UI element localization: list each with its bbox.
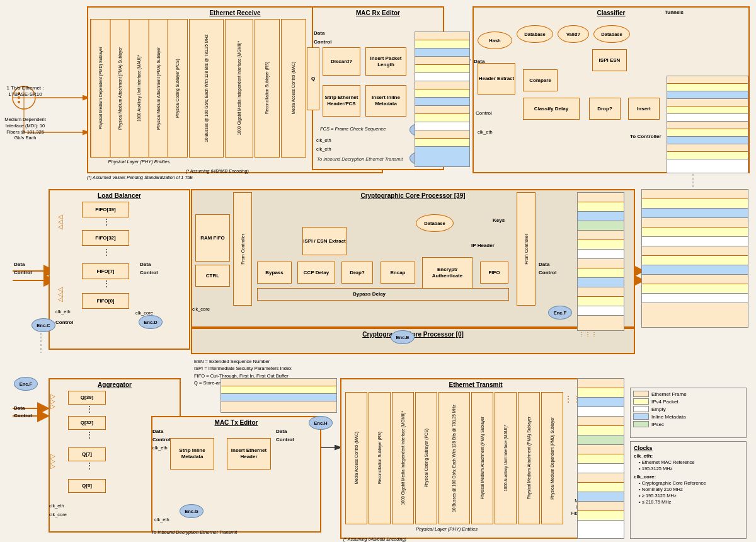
maui-tx-block: 1000 Auxiliary Unit Interface (MAUI)* bbox=[495, 392, 517, 524]
strip-inline-tx-label: Strip Inline Metadata bbox=[171, 447, 214, 459]
keys-label: Keys bbox=[493, 217, 505, 223]
clk-eth-mac-tx-2: clk_eth bbox=[154, 517, 169, 522]
clk-core-agg: clk_core bbox=[49, 512, 67, 517]
mac-rx-label: Media Access Control (MAC) bbox=[291, 62, 296, 114]
fifo-dots-3: ⋮ bbox=[102, 280, 111, 287]
enc-c-left-ellipse: Enc.C bbox=[32, 318, 55, 332]
ten-busses-label: 10 Busses @ 100 Gb/s; Each With 128 Bits… bbox=[204, 35, 209, 142]
enc-g-label: Enc.G bbox=[185, 509, 198, 514]
control-label-lb-bottom: Control bbox=[55, 320, 73, 325]
header-extract-block: Header Extract bbox=[478, 63, 515, 95]
assumed-values-label: (*) Assumed Values Pending Standardizati… bbox=[87, 175, 193, 180]
control-label-mac-rx: Control bbox=[314, 39, 331, 45]
clk-core-bullet-min: • ≥ 195.3125 MHz bbox=[634, 493, 743, 499]
ispi-esn-top-block: ISPI ESN bbox=[592, 49, 627, 71]
classify-delay-block: Classify Delay bbox=[523, 98, 580, 120]
insert-classifier-label: Insert bbox=[637, 106, 651, 112]
encap-label: Encap bbox=[390, 270, 405, 276]
insert-inline-label: Insert Inline Metadata bbox=[366, 95, 406, 107]
ten-busses-tx-block: 10 Busses @ 100 Gb/s; Each With 128 Bits… bbox=[438, 392, 470, 524]
physical-layer-tx-label: Physical Layer (PHY) Entities bbox=[415, 526, 478, 532]
pma2-tx-label: Physical Medium Attachment (PMA) Sublaye… bbox=[527, 417, 532, 499]
fifo-out-label: FIFO bbox=[488, 270, 500, 276]
classify-delay-label: Classify Delay bbox=[534, 106, 568, 112]
data-label-lb: Data bbox=[14, 262, 25, 267]
ispi-esn-top-label: ISPI ESN bbox=[599, 57, 621, 64]
data-label-lb-out: Data bbox=[140, 262, 151, 267]
enc-e-ellipse: Enc.E bbox=[391, 330, 415, 344]
timing-bands-right-bottom bbox=[577, 378, 624, 539]
q-7-block: Q[7] bbox=[68, 447, 106, 461]
phy-layers-top: Physical Medium Dependent (PMD) Sublayer… bbox=[90, 19, 188, 158]
data-label-crypto-out: Data bbox=[539, 262, 549, 267]
valid-label: Valid? bbox=[566, 32, 580, 37]
mac-access-tx-block: Media Access Control (MAC) bbox=[345, 392, 367, 524]
clk-eth-mac-rx-2: clk_eth bbox=[316, 146, 331, 152]
legend-ipv4-label: IPv4 Packet bbox=[651, 399, 679, 405]
drop-classifier-block: Drop? bbox=[589, 98, 621, 120]
load-balancer-title: Load Balancer bbox=[50, 192, 189, 199]
agg-input-dots-2: ▷▷▷ bbox=[50, 454, 55, 469]
ten-busses-block: 10 Busses @ 100 Gb/s; Each With 128 Bits… bbox=[189, 19, 224, 158]
physical-layer-label: Physical Layer (PHY) Entities bbox=[90, 159, 188, 164]
strip-ethernet-label: Strip Ethernet Header/FCS bbox=[323, 95, 360, 107]
control-label-crypto-out: Control bbox=[539, 270, 556, 275]
enc-f-right-label: Enc.F bbox=[554, 310, 566, 316]
clk-core-bullet-max: • ≤ 218.75 MHz bbox=[634, 499, 743, 505]
q-dots-2: ⋮ bbox=[85, 432, 94, 439]
pma2-tx-block: Physical Medium Attachment (PMA) Sublaye… bbox=[518, 392, 540, 524]
q-32-label: Q[32] bbox=[81, 420, 93, 426]
q-0-label: Q[0] bbox=[82, 483, 92, 489]
timing-bands-right bbox=[577, 192, 624, 331]
fifo-7-label: FIFO[7] bbox=[97, 268, 115, 275]
clocks-title: Clocks bbox=[634, 445, 743, 451]
clk-eth-classifier: clk_eth bbox=[478, 129, 493, 135]
clk-eth-clock-label: clk_eth: bbox=[634, 453, 743, 459]
pcs-1: Physical Coding Sublayer (PCS) bbox=[168, 20, 187, 157]
data-label-mac-rx: Data bbox=[314, 30, 324, 36]
fifo-32-label: FIFO[32] bbox=[95, 235, 115, 241]
ctrl-label: CTRL bbox=[206, 273, 219, 279]
clk-eth-mac-rx: clk_eth bbox=[316, 137, 331, 143]
enc-c-left-label: Enc.C bbox=[37, 323, 50, 328]
legend-empty-label: Empty bbox=[651, 407, 666, 412]
legend-section: Ethernet Frame IPv4 Packet Empty Inline … bbox=[630, 388, 747, 438]
agg-input-dots: ▷▷▷ bbox=[50, 394, 55, 409]
rs-tx-label: Reconciliation Sublayer (RS) bbox=[377, 432, 382, 484]
mac-rx-editor-title: MAC Rx Editor bbox=[313, 9, 443, 16]
control-label-mac-tx-in: Control bbox=[152, 437, 170, 442]
enc-f-left-ellipse: Enc.F bbox=[14, 377, 38, 391]
enc-h-ellipse: Enc.H bbox=[309, 416, 333, 430]
database-top2-ellipse: Database bbox=[593, 25, 630, 43]
legend-ipsec-label: IPsec bbox=[651, 422, 664, 427]
database-crypto-label: Database bbox=[424, 221, 445, 226]
mgmii-block: 1000 Gigabit Media Independent Interface… bbox=[225, 19, 253, 158]
ip-header-label: IP Header bbox=[471, 243, 495, 248]
q-dots-1: ⋮ bbox=[85, 406, 94, 413]
rs-block: Reconciliation Sublayer (RS) bbox=[255, 19, 280, 158]
discard-block: Discard? bbox=[323, 47, 360, 76]
assuming-64b-tx-label: (* Assuming 64B/66B Encoding) bbox=[343, 537, 406, 541]
control-label-lb: Control bbox=[14, 270, 32, 275]
mac-tx-editor-title: MAC Tx Editor bbox=[152, 419, 320, 426]
data-label-hdr: Data bbox=[474, 59, 484, 64]
q-0-block: Q[0] bbox=[68, 479, 106, 493]
mdi-top-label: Medium Dependent Interface (MDI): 10 Fib… bbox=[3, 117, 47, 141]
fifo-dots-1: ⋮ bbox=[102, 219, 111, 226]
crypto-core-39-section: Cryptographic Core Processor [39] bbox=[191, 189, 635, 328]
to-inbound-decrypt-top: To Inbound Decryption Ethernet Transmit bbox=[317, 156, 403, 162]
header-extract-label: Header Extract bbox=[479, 76, 514, 82]
maui-tx-label: 1000 Auxiliary Unit Interface (MAUI)* bbox=[503, 425, 508, 492]
insert-ethernet-block: Insert Ethernet Header bbox=[227, 438, 271, 470]
encrypt-auth-block: Encrypt/Authenticate bbox=[422, 257, 472, 289]
bypass-block: Bypass bbox=[257, 262, 292, 284]
from-controller-crypto-block: From Controller bbox=[517, 192, 536, 306]
insert-classifier-block: Insert bbox=[628, 98, 660, 120]
q-32-block: Q[32] bbox=[68, 416, 106, 430]
enc-f-left-label: Enc.F bbox=[20, 381, 32, 387]
fifo-out-block: FIFO bbox=[480, 262, 508, 284]
strip-ethernet-block: Strip Ethernet Header/FCS bbox=[323, 85, 360, 117]
control-label-mac-tx-out: Control bbox=[276, 437, 294, 442]
maui-1: 1000 Auxiliary Unit Interface (MAUI)* bbox=[129, 20, 149, 157]
drop-classifier-label: Drop? bbox=[597, 106, 612, 112]
